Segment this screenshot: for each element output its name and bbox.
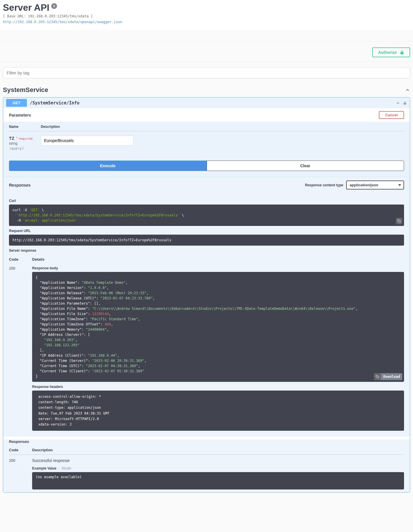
model-tab[interactable]: Model (62, 466, 71, 470)
method-label: GET (6, 99, 27, 107)
param-type: string (9, 141, 41, 146)
content-type-label: Response content type (305, 183, 343, 187)
required-label: required (19, 137, 32, 140)
tag-header[interactable]: SystemService (3, 83, 410, 97)
param-header-desc: Description (41, 125, 404, 129)
svg-rect-0 (399, 221, 401, 223)
param-header-name: Name (9, 125, 41, 129)
chevron-up-icon (396, 101, 400, 105)
authorize-label: Authorize (378, 50, 397, 55)
content-type-select[interactable]: application/json (346, 181, 404, 189)
lock-icon (400, 50, 404, 55)
tag-name: SystemService (3, 86, 48, 94)
response-code: 200 (9, 266, 32, 431)
download-button[interactable]: Download (374, 373, 402, 380)
parameters-label: Parameters (9, 113, 31, 117)
response-body-block: { "Application Name": "XData Template De… (32, 272, 404, 382)
curl-block: curl -X 'GET' \ 'http://192.168.0.203:12… (9, 205, 404, 226)
required-star: * (15, 137, 17, 140)
response-headers-label: Response headers (32, 385, 404, 389)
doc-desc-header: Description (32, 448, 404, 452)
server-response-label: Server response (9, 248, 404, 253)
authorize-button[interactable]: Authorize (372, 47, 410, 57)
spec-link[interactable]: http://192.168.0.203:12345/tms/xdata/ope… (3, 20, 122, 24)
param-name: TZ (9, 136, 14, 141)
lock-icon[interactable] (403, 101, 407, 105)
base-url: [ Base URL: 192.168.0.203:12345/tms/xdat… (3, 14, 410, 18)
example-value-tab[interactable]: Example Value (32, 466, 56, 470)
clear-button[interactable]: Clear (207, 161, 404, 171)
operation-summary[interactable]: GET /SystemService/Info (3, 97, 410, 108)
svg-rect-1 (377, 376, 379, 378)
cancel-button[interactable]: Cancel (379, 111, 404, 119)
chevron-up-icon (405, 87, 410, 93)
request-url-block: http://192.168.0.203:12345/tms/xdata/Sys… (9, 235, 404, 246)
code-header: Code (9, 257, 32, 262)
doc-code: 200 (9, 458, 32, 489)
tz-input[interactable] (41, 136, 133, 146)
doc-desc: Successful response (32, 458, 404, 463)
example-block: (no example available) (32, 472, 404, 489)
version-badge: 3 (51, 3, 57, 9)
filter-input[interactable] (3, 67, 410, 78)
request-url-label: Request URL (9, 229, 404, 233)
responses-label: Responses (9, 183, 31, 187)
doc-responses-label: Responses (9, 439, 404, 444)
response-body-label: Response body (32, 266, 404, 270)
page-title: Server API (3, 2, 49, 13)
doc-code-header: Code (9, 448, 32, 452)
copy-icon[interactable] (396, 218, 402, 224)
details-header: Details (32, 257, 404, 262)
execute-button[interactable]: Execute (9, 161, 207, 171)
curl-label: Curl (9, 199, 404, 203)
param-location: (query) (9, 146, 41, 150)
response-headers-block: access-control-allow-origin: * content-l… (32, 391, 404, 431)
operation-path: /SystemService/Info (30, 100, 393, 106)
